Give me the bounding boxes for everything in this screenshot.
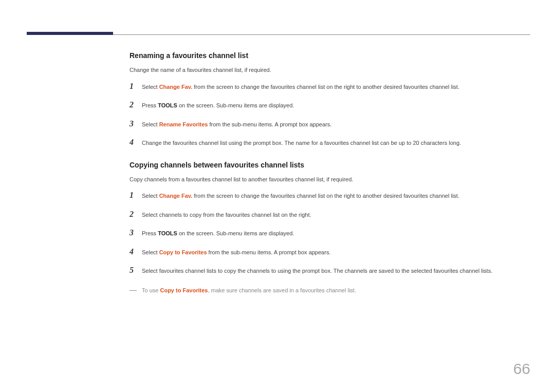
step-text: Select Change Fav. from the screen to ch…: [142, 192, 459, 200]
step-text: Select channels to copy from the favouri…: [142, 211, 311, 219]
step-item: 4 Select Copy to Favorites from the sub-…: [130, 247, 530, 257]
step-text: Select Copy to Favorites from the sub-me…: [142, 248, 330, 257]
step-text: Press TOOLS on the screen. Sub-menu item…: [142, 229, 294, 238]
section-renaming: Renaming a favourites channel list Chang…: [130, 51, 530, 147]
step-item: 2 Press TOOLS on the screen. Sub-menu it…: [130, 100, 530, 110]
page-number: 66: [513, 360, 530, 378]
step-text: Change the favourites channel list using…: [142, 139, 461, 147]
step-item: 5 Select favourites channel lists to cop…: [130, 266, 530, 275]
section-heading: Copying channels between favourites chan…: [130, 161, 530, 169]
section-heading: Renaming a favourites channel list: [130, 51, 530, 60]
step-number: 2: [130, 210, 142, 219]
step-number: 1: [130, 191, 142, 200]
header-divider: [113, 34, 530, 35]
bold-text: TOOLS: [158, 102, 177, 108]
step-text: Select favourites channel lists to copy …: [142, 267, 492, 275]
step-item: 2 Select channels to copy from the favou…: [130, 210, 530, 219]
header-accent-bar: [27, 32, 113, 35]
highlight-text: Copy to Favorites: [159, 249, 207, 255]
step-number: 4: [130, 138, 142, 147]
step-number: 5: [130, 266, 142, 275]
highlight-text: Change Fav.: [159, 84, 193, 90]
step-item: 1 Select Change Fav. from the screen to …: [130, 191, 530, 200]
highlight-text: Rename Favorites: [159, 121, 208, 127]
step-text: Select Change Fav. from the screen to ch…: [142, 83, 459, 91]
step-number: 3: [130, 119, 142, 128]
highlight-text: Change Fav.: [159, 193, 193, 199]
note: ― To use Copy to Favorites, make sure ch…: [130, 285, 530, 295]
step-text: Select Rename Favorites from the sub-men…: [142, 120, 331, 129]
step-number: 3: [130, 228, 142, 237]
bold-text: TOOLS: [158, 230, 177, 236]
step-item: 3 Press TOOLS on the screen. Sub-menu it…: [130, 228, 530, 238]
step-item: 1 Select Change Fav. from the screen to …: [130, 82, 530, 91]
step-text: Press TOOLS on the screen. Sub-menu item…: [142, 101, 294, 110]
step-item: 3 Select Rename Favorites from the sub-m…: [130, 119, 530, 129]
section-copying: Copying channels between favourites chan…: [130, 161, 530, 295]
section-intro: Copy channels from a favourites channel …: [130, 175, 530, 184]
page-content: Renaming a favourites channel list Chang…: [130, 51, 530, 295]
step-item: 4 Change the favourites channel list usi…: [130, 138, 530, 147]
note-dash-icon: ―: [130, 285, 142, 295]
step-number: 4: [130, 247, 142, 256]
highlight-text: Copy to Favorites: [160, 287, 208, 293]
section-intro: Change the name of a favourites channel …: [130, 66, 530, 74]
note-text: To use Copy to Favorites, make sure chan…: [142, 286, 356, 295]
step-number: 1: [130, 82, 142, 91]
step-number: 2: [130, 100, 142, 109]
